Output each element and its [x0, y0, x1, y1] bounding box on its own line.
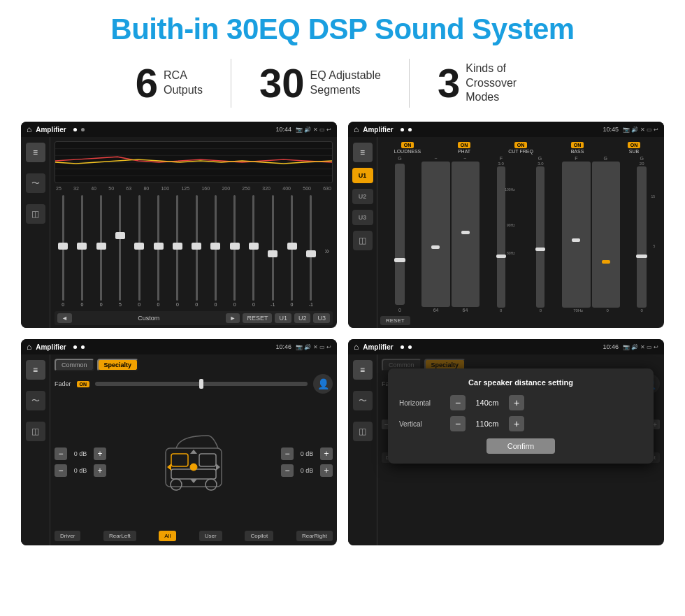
rr-plus-btn[interactable]: +	[320, 464, 333, 477]
svg-point-6	[171, 479, 182, 490]
fader-time: 10:46	[276, 343, 292, 350]
eq-slider-col: 0	[73, 195, 90, 307]
cr-u3-btn[interactable]: U3	[352, 210, 373, 225]
fl-minus-btn[interactable]: −	[55, 447, 67, 460]
user-settings-btn[interactable]: 👤	[313, 374, 333, 394]
stat-eq-number: 30	[259, 63, 305, 103]
common-tab[interactable]: Common	[55, 359, 94, 371]
phat-on[interactable]: ON	[458, 142, 471, 148]
cr-dot-2	[408, 128, 412, 131]
fader-speaker-icon[interactable]: ◫	[26, 422, 45, 441]
cr-u2-btn[interactable]: U2	[352, 189, 373, 204]
dialog-vertical-row: Vertical − 110cm +	[399, 416, 642, 431]
rl-plus-btn[interactable]: +	[94, 464, 106, 477]
dist-dot-1	[401, 345, 404, 349]
stat-eq-text: EQ AdjustableSegments	[310, 69, 381, 98]
eq-icon[interactable]: ≡	[26, 143, 45, 162]
vertical-value: 110cm	[470, 420, 505, 428]
eq-expand-icon[interactable]: »	[322, 246, 333, 256]
front-left-vol: − 0 dB +	[55, 447, 106, 460]
speaker-icon[interactable]: ◫	[26, 204, 45, 224]
fader-app-name: Amplifier	[36, 343, 66, 351]
horizontal-ctrl: − 140cm +	[450, 395, 524, 410]
eq-slider-col: -1	[264, 195, 281, 307]
horizontal-label: Horizontal	[399, 399, 445, 407]
fr-minus-btn[interactable]: −	[281, 447, 294, 460]
eq-slider-col: 0	[207, 195, 224, 307]
dialog-title: Car speaker distance setting	[399, 378, 642, 387]
fr-plus-btn[interactable]: +	[320, 447, 333, 460]
eq-slider-col: 0	[188, 195, 205, 307]
eq-u2-btn[interactable]: U2	[294, 313, 311, 323]
dist-main-area: Common Specialty Fader ON 👤	[377, 354, 664, 545]
svg-point-7	[206, 479, 217, 490]
confirm-btn[interactable]: Confirm	[486, 438, 556, 454]
rl-vol-value: 0 dB	[70, 467, 91, 474]
bass-on[interactable]: ON	[571, 142, 584, 148]
cr-reset-btn[interactable]: RESET	[380, 316, 410, 325]
specialty-tab[interactable]: Specialty	[97, 359, 139, 371]
all-btn[interactable]: All	[159, 531, 176, 541]
eq-reset-btn[interactable]: RESET	[243, 313, 272, 323]
cr-vol-icon[interactable]: ◫	[353, 231, 373, 250]
svg-rect-8	[171, 454, 188, 466]
rl-minus-btn[interactable]: −	[55, 464, 67, 477]
eq-slider-col: 0	[93, 195, 110, 307]
vertical-plus-btn[interactable]: +	[509, 416, 524, 431]
rear-right-btn[interactable]: RearRight	[296, 531, 333, 541]
sub-on[interactable]: ON	[628, 142, 641, 148]
loudness-on[interactable]: ON	[401, 142, 414, 148]
cr-u1-btn[interactable]: U1	[352, 168, 373, 183]
fader-wave-icon[interactable]: 〜	[26, 391, 45, 410]
dist-wave-icon[interactable]: 〜	[353, 391, 373, 410]
eq-screen: ⌂ Amplifier 10:44 📷 🔊 ✕ ▭ ↩ ≡ 〜 ◫	[21, 122, 337, 328]
horizontal-minus-btn[interactable]: −	[450, 395, 466, 410]
horizontal-plus-btn[interactable]: +	[509, 395, 524, 410]
driver-btn[interactable]: Driver	[55, 531, 80, 541]
fr-vol-value: 0 dB	[296, 450, 317, 457]
stat-rca: 6 RCAOutputs	[108, 63, 231, 103]
cr-status-icons: 📷 🔊 ✕ ▭ ↩	[623, 127, 658, 133]
stat-crossover: 3 Kinds ofCrossover Modes	[410, 62, 577, 105]
rr-minus-btn[interactable]: −	[281, 464, 294, 477]
wave-icon[interactable]: 〜	[26, 173, 45, 193]
home-icon: ⌂	[27, 124, 31, 134]
user-btn[interactable]: User	[199, 531, 222, 541]
eq-slider-col: 5	[112, 195, 129, 307]
fader-main-area: Common Specialty Fader ON 👤	[50, 354, 337, 545]
cr-main-area: ON LOUDNESS ON PHAT ON CUT FREQ ON	[377, 137, 664, 328]
dist-speaker-icon[interactable]: ◫	[353, 422, 373, 441]
eq-slider-col: 0	[150, 195, 166, 307]
svg-point-11	[190, 464, 197, 471]
stats-row: 6 RCAOutputs 30 EQ AdjustableSegments 3 …	[21, 59, 664, 108]
copilot-btn[interactable]: Copilot	[245, 531, 273, 541]
fl-plus-btn[interactable]: +	[94, 447, 106, 460]
fader-screen: ⌂ Amplifier 10:46 📷 🔊 ✕ ▭ ↩ ≡ 〜 ◫ Common	[21, 339, 337, 545]
rear-left-btn[interactable]: RearLeft	[103, 531, 136, 541]
stat-rca-number: 6	[136, 63, 158, 103]
svg-marker-14	[190, 450, 197, 454]
eq-slider-col: 0	[169, 195, 186, 307]
eq-time: 10:44	[276, 126, 292, 133]
fader-dot-2	[81, 345, 85, 349]
dist-status-bar: ⌂ Amplifier 10:46 📷 🔊 ✕ ▭ ↩	[348, 339, 664, 354]
screenshots-grid: ⌂ Amplifier 10:44 📷 🔊 ✕ ▭ ↩ ≡ 〜 ◫	[21, 122, 664, 545]
vertical-minus-btn[interactable]: −	[450, 416, 466, 431]
fader-on-badge[interactable]: ON	[77, 381, 90, 387]
eq-next-btn[interactable]: ►	[226, 313, 240, 323]
dist-app-name: Amplifier	[363, 343, 393, 351]
eq-u3-btn[interactable]: U3	[313, 313, 330, 323]
dist-eq-icon[interactable]: ≡	[353, 360, 373, 380]
fader-eq-icon[interactable]: ≡	[26, 360, 45, 380]
fader-slider[interactable]	[95, 382, 308, 386]
eq-prev-btn[interactable]: ◄	[57, 313, 72, 323]
cutfreq-on[interactable]: ON	[514, 142, 528, 148]
front-right-vol: − 0 dB +	[281, 447, 333, 460]
cr-eq-icon[interactable]: ≡	[353, 143, 373, 162]
fader-status-icons: 📷 🔊 ✕ ▭ ↩	[296, 344, 331, 350]
eq-u1-btn[interactable]: U1	[275, 313, 291, 323]
fader-label: Fader	[55, 380, 71, 387]
eq-slider-col: 0	[283, 195, 300, 307]
fader-left-sidebar: ≡ 〜 ◫	[21, 354, 50, 545]
eq-sliders-area: 0 0 0 5 0 0 0 0 0 0 0 -1 0 -1 »	[55, 194, 333, 308]
